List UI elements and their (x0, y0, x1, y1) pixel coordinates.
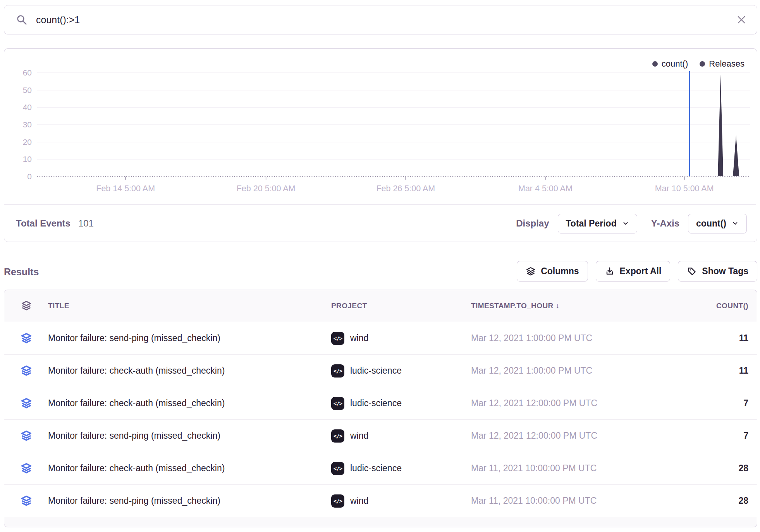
export-all-button[interactable]: Export All (596, 261, 671, 281)
row-title[interactable]: Monitor failure: check-auth (missed_chec… (48, 366, 331, 376)
code-project-icon: </> (331, 429, 344, 443)
stacked-layers-icon (20, 365, 33, 377)
svg-text:0: 0 (27, 172, 32, 181)
chevron-down-icon (732, 220, 739, 227)
row-title[interactable]: Monitor failure: send-ping (missed_check… (48, 333, 331, 343)
row-timestamp: Mar 11, 2021 10:00:00 PM UTC (471, 496, 672, 506)
row-project: </> wind (331, 494, 471, 508)
chart-plot-area[interactable]: 0102030405060Feb 14 5:00 AMFeb 20 5:00 A… (4, 49, 756, 205)
code-project-icon: </> (331, 332, 344, 345)
display-dropdown-value: Total Period (566, 218, 617, 229)
search-input[interactable] (35, 14, 736, 26)
row-timestamp: Mar 12, 2021 12:00:00 PM UTC (471, 431, 672, 441)
svg-text:60: 60 (23, 68, 32, 77)
yaxis-label: Y-Axis (651, 218, 679, 229)
row-timestamp: Mar 12, 2021 1:00:00 PM UTC (471, 333, 672, 343)
row-timestamp: Mar 12, 2021 1:00:00 PM UTC (471, 366, 672, 376)
code-project-icon: </> (331, 397, 344, 410)
stacked-layers-icon[interactable] (4, 300, 48, 312)
events-over-time-chart: 0102030405060Feb 14 5:00 AMFeb 20 5:00 A… (4, 49, 756, 204)
search-icon (16, 14, 28, 26)
stacked-layers-icon (20, 397, 33, 410)
row-count: 7 (672, 398, 757, 408)
svg-text:50: 50 (23, 86, 32, 94)
yaxis-dropdown[interactable]: count() (688, 214, 747, 233)
stacked-layers-icon (20, 332, 33, 345)
chart-footer: Total Events 101 Display Total Period Y-… (4, 205, 757, 242)
table-row[interactable]: Monitor failure: send-ping (missed_check… (4, 485, 757, 517)
search-bar[interactable] (4, 5, 757, 34)
row-title[interactable]: Monitor failure: send-ping (missed_check… (48, 496, 331, 506)
row-project: </> ludic-science (331, 397, 471, 410)
legend-label-count: count() (662, 59, 688, 69)
legend-item-count[interactable]: count() (652, 59, 688, 69)
row-timestamp: Mar 11, 2021 10:00:00 PM UTC (471, 463, 672, 474)
svg-text:Mar 4 5:00 AM: Mar 4 5:00 AM (518, 184, 573, 193)
legend-item-releases[interactable]: Releases (700, 59, 745, 69)
row-project: </> ludic-science (331, 462, 471, 475)
svg-text:Feb 26 5:00 AM: Feb 26 5:00 AM (376, 184, 435, 193)
svg-text:20: 20 (23, 137, 32, 146)
show-tags-button[interactable]: Show Tags (678, 261, 757, 281)
display-dropdown[interactable]: Total Period (558, 214, 637, 233)
table-row[interactable]: Monitor failure: send-ping (missed_check… (4, 322, 757, 355)
row-timestamp: Mar 12, 2021 12:00:00 PM UTC (471, 398, 672, 408)
legend-dot-releases-icon (700, 61, 705, 67)
events-chart-panel: count() Releases 0102030405060Feb 14 5:0… (4, 48, 757, 242)
svg-text:40: 40 (23, 103, 32, 112)
project-name: wind (350, 431, 368, 441)
project-name: ludic-science (350, 366, 402, 376)
table-row[interactable]: Monitor failure: check-auth (missed_chec… (4, 387, 757, 420)
project-name: wind (350, 496, 368, 506)
row-project: </> ludic-science (331, 364, 471, 378)
row-count: 11 (672, 366, 757, 376)
svg-text:30: 30 (23, 120, 32, 129)
row-project: </> wind (331, 332, 471, 345)
sort-desc-icon: ↓ (556, 302, 560, 310)
svg-text:Feb 20 5:00 AM: Feb 20 5:00 AM (237, 184, 296, 193)
columns-button[interactable]: Columns (517, 261, 588, 281)
row-count: 7 (672, 431, 757, 441)
project-name: ludic-science (350, 398, 402, 408)
stacked-layers-icon (20, 462, 33, 475)
column-header-project[interactable]: PROJECT (331, 302, 471, 310)
code-project-icon: </> (331, 494, 344, 508)
column-header-count[interactable]: COUNT() (672, 302, 757, 310)
display-label: Display (516, 218, 549, 229)
tag-icon (687, 266, 697, 276)
table-row[interactable]: Monitor failure: send-ping (missed_check… (4, 420, 757, 452)
stacked-layers-icon (20, 430, 33, 442)
row-count: 28 (672, 496, 757, 506)
row-title[interactable]: Monitor failure: send-ping (missed_check… (48, 431, 331, 441)
clear-search-icon[interactable] (736, 14, 747, 25)
export-all-button-label: Export All (620, 266, 662, 276)
chevron-down-icon (622, 220, 629, 227)
total-events-value: 101 (78, 218, 94, 229)
table-row[interactable]: Monitor failure: check-auth (missed_chec… (4, 452, 757, 485)
download-icon (605, 266, 615, 276)
code-project-icon: </> (331, 364, 344, 378)
results-table: TITLE PROJECT TIMESTAMP.TO_HOUR↓ COUNT()… (4, 290, 757, 527)
row-count: 28 (672, 463, 757, 474)
table-row[interactable]: Monitor failure: check-auth (missed_chec… (4, 355, 757, 387)
row-title[interactable]: Monitor failure: check-auth (missed_chec… (48, 398, 331, 408)
code-project-icon: </> (331, 462, 344, 475)
row-project: </> wind (331, 429, 471, 443)
chart-legend: count() Releases (652, 59, 745, 69)
table-header-row: TITLE PROJECT TIMESTAMP.TO_HOUR↓ COUNT() (4, 290, 757, 322)
layers-icon (526, 266, 536, 276)
project-name: ludic-science (350, 463, 402, 474)
legend-label-releases: Releases (709, 59, 745, 69)
project-name: wind (350, 333, 368, 343)
svg-text:10: 10 (23, 154, 32, 163)
row-title[interactable]: Monitor failure: check-auth (missed_chec… (48, 463, 331, 474)
columns-button-label: Columns (541, 266, 579, 276)
yaxis-dropdown-value: count() (696, 218, 726, 229)
total-events-label: Total Events (16, 218, 70, 229)
column-header-timestamp[interactable]: TIMESTAMP.TO_HOUR↓ (471, 302, 672, 310)
svg-text:Mar 10 5:00 AM: Mar 10 5:00 AM (655, 184, 714, 193)
show-tags-button-label: Show Tags (702, 266, 748, 276)
svg-text:Feb 14 5:00 AM: Feb 14 5:00 AM (96, 184, 155, 193)
column-header-title[interactable]: TITLE (48, 302, 331, 310)
row-count: 11 (672, 333, 757, 343)
